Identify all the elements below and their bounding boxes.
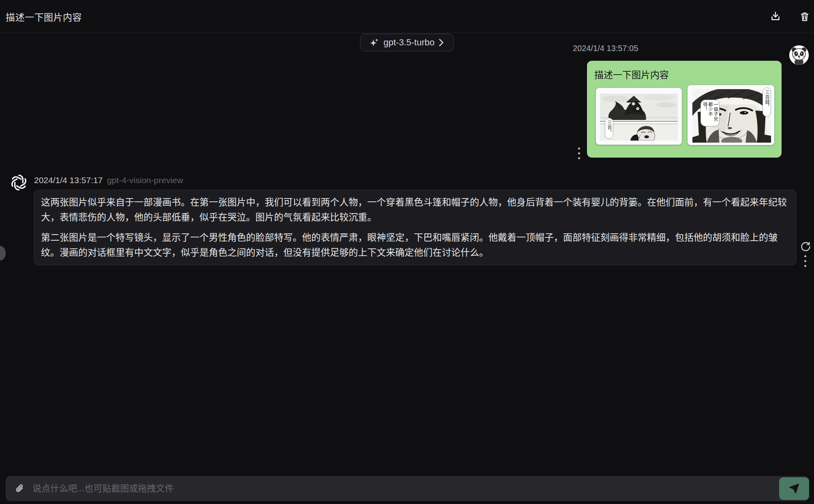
user-avatar [789, 45, 809, 65]
user-message-text: 描述一下图片内容 [594, 67, 774, 81]
attached-image-manga-face[interactable]: 三百錢， 一個子兒都少不得！ [688, 85, 774, 145]
user-message-menu-kebab-icon[interactable] [578, 147, 581, 159]
assistant-message-bubble: 这两张图片似乎来自于一部漫画书。在第一张图片中，我们可以看到两个人物，一个穿着黑… [34, 190, 797, 265]
chevron-right-icon [439, 38, 444, 47]
send-icon [788, 483, 800, 494]
send-button[interactable] [779, 477, 809, 500]
user-message-bubble: 描述一下图片内容 [587, 61, 782, 158]
sidebar-drag-handle[interactable] [0, 246, 6, 261]
user-message-timestamp: 2024/1/4 13:57:05 [573, 44, 638, 53]
sparkles-icon [370, 38, 379, 47]
assistant-model-label: gpt-4-vision-preview [107, 175, 183, 185]
attached-image-manga-rider[interactable]: 三百。 [596, 88, 682, 145]
delete-icon[interactable] [799, 11, 811, 23]
speech-bubble-text: 三百。 [605, 118, 613, 139]
speech-bubble-text: 一個子兒都少不得！ [700, 100, 720, 126]
panda-avatar-icon [789, 45, 809, 65]
page-title: 描述一下图片内容 [6, 0, 82, 33]
speech-bubble-text: 三百錢， [763, 88, 771, 117]
top-bar: 描述一下图片内容 [0, 0, 814, 33]
paperclip-icon[interactable] [14, 483, 25, 494]
message-input[interactable] [32, 476, 746, 501]
openai-logo-icon [10, 173, 28, 192]
refresh-icon[interactable] [800, 241, 811, 252]
assistant-message-menu-kebab-icon[interactable] [804, 255, 808, 267]
chat-input-bar [6, 476, 809, 501]
download-icon[interactable] [769, 11, 782, 23]
model-selector[interactable]: gpt-3.5-turbo [360, 34, 454, 51]
assistant-paragraph: 这两张图片似乎来自于一部漫画书。在第一张图片中，我们可以看到两个人物，一个穿着黑… [41, 195, 789, 225]
assistant-message-timestamp: 2024/1/4 13:57:17 [34, 175, 103, 185]
assistant-paragraph: 第二张图片是一个特写镜头，显示了一个男性角色的脸部特写。他的表情严肃，眼神坚定，… [41, 230, 789, 260]
model-name-label: gpt-3.5-turbo [383, 37, 435, 48]
